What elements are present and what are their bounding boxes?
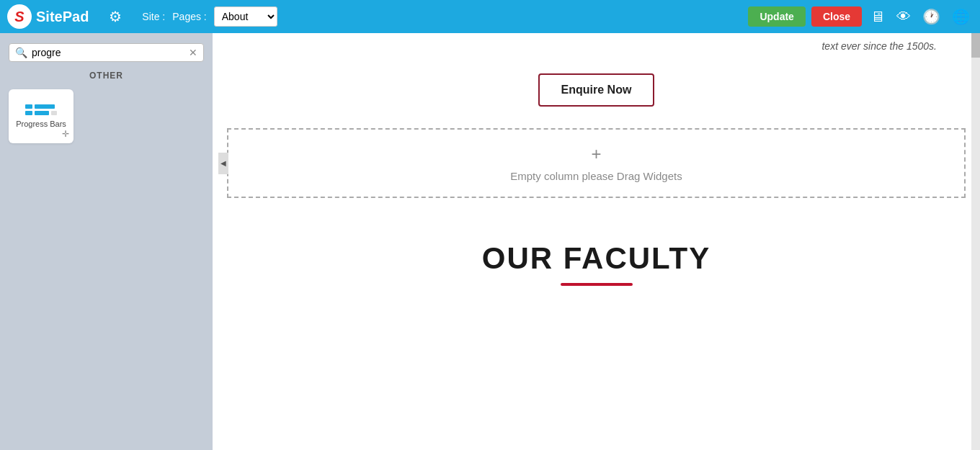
logo-icon: S: [7, 4, 32, 29]
main-area: 🔍 ✕ OTHER: [0, 33, 980, 450]
collapse-tab[interactable]: ◀: [218, 153, 228, 174]
logo-area: S SitePad: [7, 4, 89, 29]
topbar-right: Update Close 🖥 👁 🕐 🌐: [748, 5, 973, 28]
monitor-icon[interactable]: 🖥: [868, 6, 888, 28]
sitemap-icon[interactable]: 🌐: [949, 5, 973, 28]
progress-bars-icon: [25, 104, 57, 115]
move-cursor-icon: ✛: [62, 129, 69, 139]
progress-bars-widget[interactable]: Progress Bars ✛: [9, 89, 74, 143]
other-section-label: OTHER: [9, 71, 204, 81]
widget-grid: Progress Bars ✛: [9, 89, 204, 143]
search-box: 🔍 ✕: [9, 43, 204, 62]
search-input[interactable]: [32, 47, 184, 58]
logo-text: SitePad: [36, 9, 89, 25]
site-label: Site :: [142, 11, 165, 22]
progress-bars-label: Progress Bars: [16, 120, 66, 128]
gear-icon[interactable]: ⚙: [103, 4, 128, 29]
faculty-title: OUR FACULTY: [234, 241, 958, 276]
history-icon[interactable]: 🕐: [919, 5, 943, 28]
pages-label: Pages :: [172, 11, 206, 22]
empty-column-section[interactable]: ◀ + Empty column please Drag Widgets: [227, 128, 966, 198]
empty-column-text: Empty column please Drag Widgets: [510, 170, 682, 182]
search-icon: 🔍: [15, 47, 27, 58]
sidebar: 🔍 ✕ OTHER: [0, 33, 213, 450]
empty-plus-icon: +: [591, 144, 601, 164]
eye-icon[interactable]: 👁: [894, 6, 914, 28]
content-top-text: text ever since the 1500s.: [213, 33, 980, 59]
faculty-underline: [561, 283, 633, 286]
topbar: S SitePad ⚙ Site : Pages : About Home Co…: [0, 0, 980, 33]
enquire-section: Enquire Now: [213, 59, 980, 128]
update-button[interactable]: Update: [748, 6, 805, 27]
faculty-section: OUR FACULTY: [213, 198, 980, 307]
clear-icon[interactable]: ✕: [189, 47, 197, 58]
content-area: text ever since the 1500s. Enquire Now ◀…: [213, 33, 980, 450]
scrollbar[interactable]: [971, 33, 980, 450]
close-button[interactable]: Close: [811, 6, 862, 27]
enquire-button[interactable]: Enquire Now: [538, 73, 655, 107]
pages-select[interactable]: About Home Contact Services: [214, 6, 277, 27]
scroll-handle[interactable]: [971, 33, 980, 58]
